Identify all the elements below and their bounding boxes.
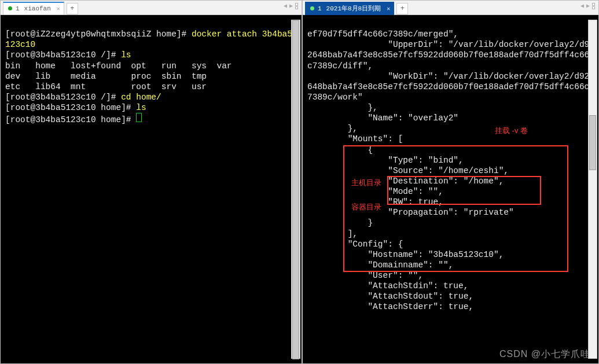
watermark: CSDN @小七学爪哇 (499, 348, 590, 360)
right-scrollbar[interactable] (588, 20, 597, 359)
scrollbar-thumb[interactable] (292, 20, 299, 359)
tab-num: 1 (16, 5, 20, 12)
grid-menu-icon[interactable] (592, 3, 595, 9)
source-dest-highlight-box (387, 176, 541, 205)
ls-row: dev lib media proc sbin tmp (5, 72, 207, 81)
tabbar-end-icons: ◀ ▶ (580, 2, 595, 9)
prompt: [root@3b4ba5123c10 /]# (5, 50, 121, 60)
command-text: cd home/ (121, 93, 161, 102)
ls-row: bin home lost+found opt run sys var (5, 61, 232, 71)
grid-menu-icon[interactable] (295, 3, 298, 9)
prompt: [root@3b4ba5123c10 home]# (5, 103, 136, 112)
command-text: ls (121, 50, 131, 60)
json-line: "WorkDir": (388, 72, 443, 81)
status-dot-icon (310, 6, 314, 10)
json-line: ef70d7f5dff4c66c7389c/merged", (307, 30, 458, 39)
json-line: "AttachStderr": true, (307, 302, 473, 311)
close-icon[interactable]: ✕ (387, 5, 390, 12)
json-line: }, (307, 124, 358, 133)
prompt: [root@iZ2zeg4ytp0whqtmxbsqiiZ home]# (5, 30, 192, 39)
left-tabbar: 1 xiaofan ✕ + ◀ ▶ (1, 1, 302, 15)
status-dot-icon (8, 6, 12, 10)
json-line: "UpperDir": (388, 40, 448, 49)
chevron-left-icon[interactable]: ◀ (580, 2, 584, 9)
annotation-mount: 挂载 -v 卷 (495, 126, 528, 135)
tab-expiry[interactable]: 1 2021年8月8日到期 ✕ (305, 2, 394, 15)
add-tab-button[interactable]: + (67, 3, 78, 14)
close-icon[interactable]: ✕ (57, 5, 60, 12)
tab-xiaofan[interactable]: 1 xiaofan ✕ (3, 2, 64, 15)
ls-row: etc lib64 mnt root srv usr (5, 82, 207, 91)
tab-title: xiaofan (24, 5, 51, 12)
add-tab-button[interactable]: + (396, 3, 408, 14)
right-tabbar: 1 2021年8月8日到期 ✕ + ◀ ▶ (303, 1, 598, 15)
json-line: "Name": "overlay2" (307, 113, 458, 123)
chevron-left-icon[interactable]: ◀ (284, 2, 287, 9)
window: 1 xiaofan ✕ + ◀ ▶ [root@iZ2zeg4ytp0whqtm… (0, 0, 599, 364)
scrollbar-thumb[interactable] (589, 115, 596, 170)
json-line: "AttachStdout": true, (307, 292, 473, 301)
left-pane: 1 xiaofan ✕ + ◀ ▶ [root@iZ2zeg4ytp0whqtm… (0, 0, 302, 364)
right-pane: 1 2021年8月8日到期 ✕ + ◀ ▶ ef70d7f5dff4c66c73… (302, 0, 599, 364)
mounts-highlight-box (343, 145, 568, 272)
chevron-right-icon[interactable]: ▶ (586, 2, 590, 9)
tab-title: 2021年8月8日到期 (326, 4, 381, 13)
left-scrollbar[interactable] (291, 20, 300, 359)
prompt: [root@3b4ba5123c10 /]# (5, 93, 121, 102)
json-line: "/var/lib/docker/overlay2/d92648bab7a4f3… (307, 40, 589, 70)
json-line: "User": "", (307, 271, 423, 280)
json-line: "Mounts": [ (307, 134, 403, 144)
chevron-right-icon[interactable]: ▶ (289, 2, 293, 9)
cursor-icon (136, 113, 142, 122)
command-text: ls (136, 103, 146, 112)
json-line: "/var/lib/docker/overlay2/d92648bab7a4f3… (307, 72, 589, 102)
json-line: "AttachStdin": true, (307, 281, 468, 291)
left-terminal[interactable]: [root@iZ2zeg4ytp0whqtmxbsqiiZ home]# doc… (1, 15, 302, 363)
prompt: [root@3b4ba5123c10 home]# (5, 115, 136, 124)
tabbar-end-icons: ◀ ▶ (284, 2, 298, 9)
tab-num: 1 (318, 5, 322, 12)
json-line: }, (307, 103, 378, 112)
right-terminal[interactable]: ef70d7f5dff4c66c7389c/merged", "UpperDir… (303, 15, 598, 363)
